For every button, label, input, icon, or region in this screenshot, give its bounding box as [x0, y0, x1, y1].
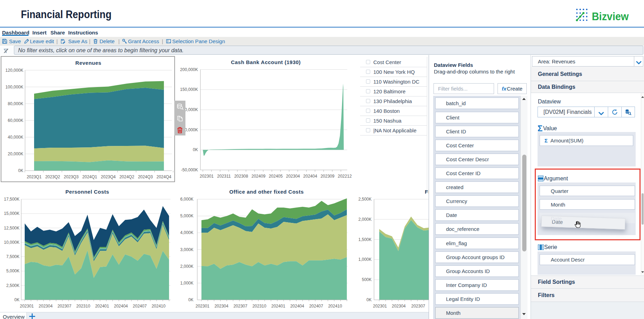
svg-text:2,000K: 2,000K: [358, 217, 372, 222]
svg-text:2023Q1: 2023Q1: [27, 174, 42, 179]
svg-text:2023Q3: 2023Q3: [64, 174, 79, 179]
svg-text:0K: 0K: [366, 297, 372, 302]
svg-text:Personnel Costs: Personnel Costs: [65, 189, 109, 195]
svg-text:202311: 202311: [217, 174, 231, 179]
svg-text:1,500K: 1,500K: [358, 237, 372, 242]
svg-text:2023Q2: 2023Q2: [45, 174, 60, 179]
svg-text:202304: 202304: [214, 304, 228, 309]
svg-text:202405: 202405: [269, 174, 283, 179]
svg-text:3,000K: 3,000K: [180, 247, 193, 252]
svg-text:202401: 202401: [95, 304, 109, 309]
svg-text:Cash Bank Account (1930): Cash Bank Account (1930): [231, 59, 301, 65]
svg-text:202410: 202410: [152, 304, 166, 309]
svg-text:15,000K: 15,000K: [4, 211, 19, 216]
svg-text:2024Q3: 2024Q3: [138, 174, 153, 179]
svg-text:2024Q4: 2024Q4: [157, 174, 172, 179]
svg-text:202310: 202310: [252, 304, 266, 309]
svg-text:Office and other fixed Costs: Office and other fixed Costs: [229, 189, 304, 195]
svg-text:202307: 202307: [411, 304, 425, 309]
svg-text:2,500K: 2,500K: [358, 197, 372, 202]
svg-text:202401: 202401: [271, 304, 285, 309]
svg-text:202409: 202409: [252, 174, 265, 179]
svg-text:202308: 202308: [234, 174, 248, 179]
svg-text:202407: 202407: [133, 304, 147, 309]
svg-text:202404: 202404: [290, 304, 304, 309]
svg-text:202301: 202301: [200, 174, 214, 179]
svg-text:2023Q4: 2023Q4: [101, 174, 116, 179]
svg-text:2,500K: 2,500K: [6, 283, 19, 288]
svg-text:202307: 202307: [233, 304, 247, 309]
svg-text:202301: 202301: [373, 304, 387, 309]
svg-text:40,000K: 40,000K: [8, 135, 23, 140]
svg-text:1,000K: 1,000K: [180, 281, 193, 286]
svg-text:12,500K: 12,500K: [4, 226, 19, 231]
svg-text:202301: 202301: [196, 304, 209, 309]
svg-text:5,000K: 5,000K: [180, 213, 193, 218]
svg-text:2024Q2: 2024Q2: [119, 174, 134, 179]
svg-text:Bizview: Bizview: [592, 10, 629, 22]
svg-text:0K: 0K: [14, 297, 19, 302]
svg-text:100,000K: 100,000K: [6, 85, 23, 90]
svg-text:150,000K: 150,000K: [180, 87, 198, 92]
svg-text:10,000K: 10,000K: [4, 240, 19, 245]
svg-text:202404: 202404: [303, 174, 317, 179]
svg-text:60,000K: 60,000K: [8, 118, 23, 123]
svg-text:-50,000K: -50,000K: [181, 168, 198, 172]
svg-text:200,000K: 200,000K: [180, 67, 198, 72]
svg-text:202304: 202304: [286, 174, 300, 179]
svg-text:Revenues: Revenues: [75, 60, 102, 66]
svg-text:202301: 202301: [20, 304, 34, 309]
svg-text:0K: 0K: [188, 297, 193, 302]
svg-text:17,500K: 17,500K: [4, 197, 19, 202]
svg-text:1,000K: 1,000K: [358, 257, 372, 262]
svg-text:4,000K: 4,000K: [180, 230, 193, 235]
svg-text:202310: 202310: [76, 304, 90, 309]
svg-text:2024Q1: 2024Q1: [82, 174, 97, 179]
svg-text:500K: 500K: [362, 277, 372, 282]
svg-text:6,000K: 6,000K: [180, 197, 193, 202]
svg-text:5,000K: 5,000K: [6, 269, 19, 273]
svg-text:202212: 202212: [338, 174, 352, 179]
svg-text:20,000K: 20,000K: [8, 151, 23, 156]
svg-text:202404: 202404: [114, 304, 128, 309]
svg-text:0K: 0K: [18, 168, 23, 173]
svg-text:202407: 202407: [309, 304, 323, 309]
svg-text:202307: 202307: [57, 304, 71, 309]
svg-text:202304: 202304: [39, 304, 53, 309]
svg-text:7,500K: 7,500K: [6, 254, 19, 259]
svg-text:202304: 202304: [392, 304, 406, 309]
svg-text:80,000K: 80,000K: [8, 101, 23, 106]
svg-text:202410: 202410: [328, 304, 342, 309]
svg-text:2,000K: 2,000K: [180, 264, 193, 269]
svg-text:120,000K: 120,000K: [6, 68, 23, 73]
svg-text:Financial Result: Financial Result: [425, 189, 429, 195]
svg-text:202309: 202309: [320, 174, 334, 179]
svg-text:0K: 0K: [193, 147, 198, 152]
